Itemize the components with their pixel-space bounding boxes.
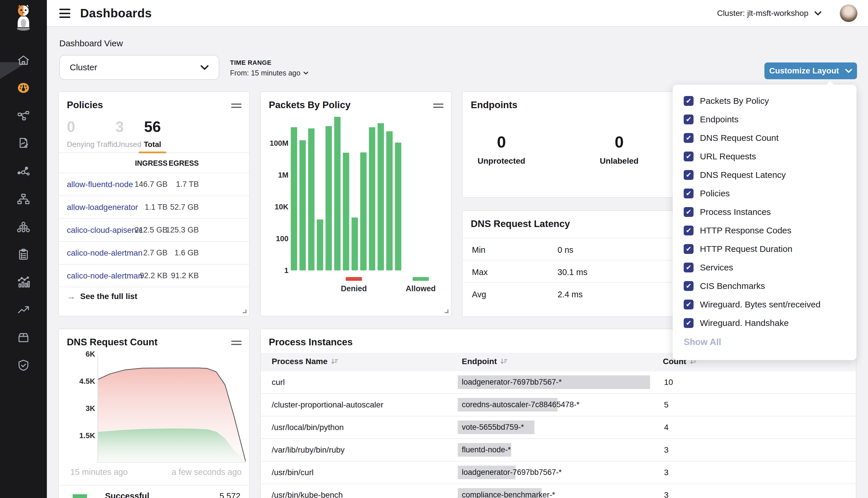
resize-handle[interactable] [243, 310, 247, 313]
user-avatar[interactable] [840, 4, 858, 22]
bar[interactable] [299, 140, 306, 271]
time-range-value-control[interactable]: From: 15 minutes ago [230, 69, 308, 77]
column-header-egress: EGRESS [169, 159, 199, 168]
legend-item[interactable]: Successful 5,572 [59, 486, 249, 498]
sidebar-item-home[interactable] [17, 54, 30, 67]
column-header-process-name[interactable]: Process Name [272, 357, 338, 366]
bar[interactable] [325, 126, 332, 271]
process-row: /cluster-proportional-autoscalercoredns-… [261, 394, 856, 417]
hamburger-menu-button[interactable] [59, 9, 70, 18]
sidebar-item-analytics[interactable] [17, 276, 30, 289]
sidebar-item-trends[interactable] [17, 303, 30, 316]
layout-toggle-item[interactable]: ✔Endpoints [673, 110, 856, 129]
sidebar-item-clusters[interactable] [17, 220, 30, 233]
chevron-down-icon [845, 68, 852, 73]
legend-item[interactable]: Denied [341, 277, 367, 293]
bar[interactable] [291, 127, 297, 271]
checkbox-checked-icon[interactable]: ✔ [684, 244, 694, 254]
show-all-link[interactable]: Show All [684, 337, 721, 347]
sidebar-item-packages[interactable] [17, 331, 30, 344]
checkbox-checked-icon[interactable]: ✔ [684, 300, 694, 310]
sidebar-item-graph[interactable] [17, 165, 30, 178]
bar[interactable] [395, 143, 401, 271]
customize-layout-button[interactable]: Customize Layout [764, 63, 857, 79]
column-header-endpoint[interactable]: Endpoint [462, 357, 508, 366]
bar[interactable] [386, 131, 393, 271]
layout-toggle-item[interactable]: ✔CIS Benchmarks [673, 277, 856, 295]
xaxis-label-end: a few seconds ago [171, 467, 242, 477]
calico-cat-logo[interactable] [13, 3, 34, 32]
bar[interactable] [317, 220, 323, 271]
checkbox-checked-icon[interactable]: ✔ [684, 152, 694, 161]
bar[interactable] [343, 153, 349, 271]
process-table-body: curlloadgenerator-7697bb7567-*10/cluster… [261, 371, 856, 498]
trend-up-icon [17, 303, 30, 316]
bar[interactable] [308, 128, 314, 271]
layout-toggle-item[interactable]: ✔HTTP Request Duration [673, 240, 856, 258]
checkbox-checked-icon[interactable]: ✔ [684, 318, 694, 328]
sidebar-item-report[interactable] [17, 136, 30, 150]
layout-toggle-item[interactable]: ✔Packets By Policy [673, 92, 856, 110]
layout-toggle-item[interactable]: ✔URL Requests [673, 147, 856, 166]
policies-stat-tab[interactable]: 56Total [133, 118, 171, 149]
process-count: 3 [664, 445, 669, 455]
process-count: 10 [664, 378, 673, 387]
layout-toggle-item[interactable]: ✔Wireguard. Handshake [673, 314, 856, 332]
checkbox-checked-icon[interactable]: ✔ [684, 115, 694, 124]
layout-toggle-item[interactable]: ✔Wireguard. Bytes sent/received [673, 295, 856, 314]
packets-by-policy-card: Packets By Policy 110010K1M100M DeniedAl… [260, 91, 452, 316]
bar[interactable] [351, 218, 358, 271]
endpoint-chip: compliance-benchmarker-* [458, 488, 559, 498]
drag-handle-icon[interactable] [433, 104, 443, 110]
layout-toggle-item[interactable]: ✔HTTP Response Codes [673, 221, 856, 240]
policy-link[interactable]: calico-node-alertmana… [67, 271, 142, 280]
sidebar-item-security[interactable] [17, 358, 30, 372]
cluster-selector[interactable]: Cluster: jlt-msft-workshop [717, 0, 822, 27]
checkbox-checked-icon[interactable]: ✔ [684, 170, 694, 180]
network-nodes-icon [17, 109, 30, 122]
legend-item[interactable]: Allowed [406, 277, 436, 293]
checkbox-checked-icon[interactable]: ✔ [684, 281, 694, 291]
policy-egress-value: 125.3 GB [166, 226, 199, 235]
resize-handle[interactable] [445, 310, 449, 313]
checkbox-checked-icon[interactable]: ✔ [684, 133, 694, 143]
sidebar-item-network[interactable] [17, 109, 30, 122]
packets-legend: DeniedAllowed [291, 277, 444, 300]
bar[interactable] [378, 123, 384, 271]
see-full-list-link[interactable]: → See the full list [59, 287, 249, 306]
policy-link[interactable]: allow-fluentd-node [67, 180, 133, 189]
layout-toggle-label: Wireguard. Bytes sent/received [700, 300, 820, 310]
policy-link[interactable]: calico-cloud-apiserver-… [67, 226, 142, 235]
policy-row: calico-node-alertmana…2.7 GB1.6 GB [59, 241, 249, 264]
checkbox-checked-icon[interactable]: ✔ [684, 207, 694, 217]
checkbox-checked-icon[interactable]: ✔ [684, 96, 694, 106]
layout-toggle-item[interactable]: ✔Policies [673, 184, 856, 203]
policy-link[interactable]: calico-node-alertmana… [67, 248, 142, 258]
policy-row: allow-fluentd-node146.7 GB1.7 TB [59, 173, 249, 196]
policy-ingress-value: 212.5 GB [134, 226, 168, 235]
bar[interactable] [369, 127, 375, 271]
packets-plot [291, 112, 412, 271]
chevron-down-icon [200, 65, 209, 70]
bar[interactable] [360, 153, 366, 271]
drag-handle-icon[interactable] [231, 341, 242, 347]
policies-stat-tab[interactable]: 0Denying Traffic [67, 118, 117, 149]
checkbox-checked-icon[interactable]: ✔ [684, 263, 694, 272]
layout-toggle-item[interactable]: ✔DNS Request Latency [673, 166, 856, 184]
layout-toggle-item[interactable]: ✔Services [673, 258, 856, 277]
layout-toggle-label: HTTP Request Duration [700, 244, 792, 254]
dashboard-view-select[interactable]: Cluster [59, 55, 219, 80]
stat-label: Total [133, 140, 171, 149]
sidebar-item-compliance[interactable] [17, 248, 30, 261]
bar[interactable] [334, 117, 340, 271]
layout-toggle-item[interactable]: ✔Process Instances [673, 203, 856, 221]
sidebar-item-dashboards[interactable] [17, 81, 30, 94]
sidebar-item-hierarchy[interactable] [17, 193, 30, 206]
checkbox-checked-icon[interactable]: ✔ [684, 226, 694, 235]
policy-link[interactable]: allow-loadgenerator [67, 203, 138, 212]
endpoint-stat: 0Unprotected [478, 132, 526, 166]
axis-tick-label: 1 [284, 266, 288, 275]
layout-toggle-item[interactable]: ✔DNS Request Count [673, 129, 856, 147]
checkbox-checked-icon[interactable]: ✔ [684, 188, 694, 198]
card-title: Endpoints [471, 100, 517, 110]
